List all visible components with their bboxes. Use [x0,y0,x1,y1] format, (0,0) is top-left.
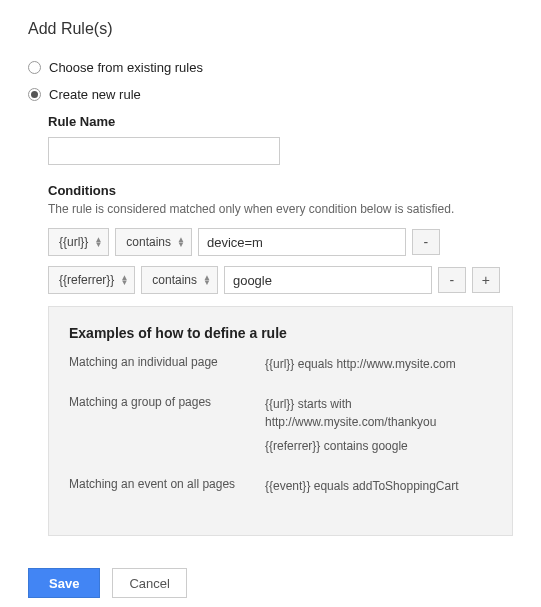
example-label: Matching an event on all pages [69,477,249,501]
page-title: Add Rule(s) [28,20,513,38]
examples-box: Examples of how to define a rule Matchin… [48,306,513,536]
example-value: {{url}} starts with http://www.mysite.co… [265,395,492,461]
radio-label: Choose from existing rules [49,60,203,75]
macro-select-value: {{referrer}} [59,273,114,287]
radio-icon [28,61,41,74]
condition-value-input[interactable] [198,228,406,256]
rule-name-label: Rule Name [48,114,513,129]
example-label: Matching an individual page [69,355,249,379]
example-label: Matching a group of pages [69,395,249,461]
chevron-updown-icon: ▲▼ [94,237,102,247]
operator-select[interactable]: contains ▲▼ [141,266,218,294]
operator-select-value: contains [126,235,171,249]
rule-name-input[interactable] [48,137,280,165]
remove-condition-button[interactable]: - [438,267,466,293]
condition-value-input[interactable] [224,266,432,294]
example-line: {{referrer}} contains google [265,437,492,455]
save-button[interactable]: Save [28,568,100,598]
condition-row: {{url}} ▲▼ contains ▲▼ - [48,228,513,256]
cancel-button[interactable]: Cancel [112,568,186,598]
example-row: Matching a group of pages {{url}} starts… [69,395,492,461]
chevron-updown-icon: ▲▼ [120,275,128,285]
example-line: {{url}} equals http://www.mysite.com [265,355,492,373]
example-line: {{event}} equals addToShoppingCart [265,477,492,495]
macro-select[interactable]: {{referrer}} ▲▼ [48,266,135,294]
operator-select-value: contains [152,273,197,287]
operator-select[interactable]: contains ▲▼ [115,228,192,256]
chevron-updown-icon: ▲▼ [177,237,185,247]
examples-title: Examples of how to define a rule [69,325,492,341]
radio-icon [28,88,41,101]
example-value: {{event}} equals addToShoppingCart [265,477,492,501]
rule-mode-group: Choose from existing rules Create new ru… [28,60,513,102]
add-condition-button[interactable]: + [472,267,500,293]
radio-existing-rules[interactable]: Choose from existing rules [28,60,513,75]
condition-row: {{referrer}} ▲▼ contains ▲▼ - + [48,266,513,294]
conditions-label: Conditions [48,183,513,198]
create-rule-section: Rule Name Conditions The rule is conside… [48,114,513,536]
radio-create-new[interactable]: Create new rule [28,87,513,102]
example-value: {{url}} equals http://www.mysite.com [265,355,492,379]
conditions-help: The rule is considered matched only when… [48,202,513,216]
example-row: Matching an individual page {{url}} equa… [69,355,492,379]
chevron-updown-icon: ▲▼ [203,275,211,285]
example-row: Matching an event on all pages {{event}}… [69,477,492,501]
macro-select[interactable]: {{url}} ▲▼ [48,228,109,256]
example-line: {{url}} starts with http://www.mysite.co… [265,395,492,431]
dialog-actions: Save Cancel [28,568,513,598]
remove-condition-button[interactable]: - [412,229,440,255]
macro-select-value: {{url}} [59,235,88,249]
radio-label: Create new rule [49,87,141,102]
